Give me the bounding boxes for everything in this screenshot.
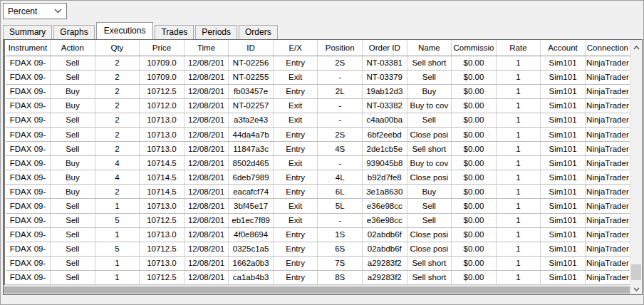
column-header[interactable]: Account xyxy=(541,40,586,56)
table-row[interactable]: FDAX 09-Sell210709.012/08/201NT-02255Exi… xyxy=(6,70,630,84)
table-row[interactable]: FDAX 09-Sell110712.512/08/201ca1ab4b3Ent… xyxy=(6,270,630,284)
column-header[interactable]: Price xyxy=(140,40,185,56)
column-header[interactable]: Action xyxy=(51,40,95,56)
cell: FDAX 09- xyxy=(6,270,51,284)
cell: 1 xyxy=(95,270,140,284)
table-row[interactable]: FDAX 09-Sell510712.512/08/2010325c1a5Ent… xyxy=(6,242,630,256)
column-header[interactable]: Time xyxy=(184,40,229,56)
cell: 2 xyxy=(95,70,140,84)
column-header[interactable]: ID xyxy=(229,40,274,56)
cell: eb1ec7f89 xyxy=(229,213,274,227)
column-header[interactable]: E/X xyxy=(273,40,318,56)
cell: NinjaTrader xyxy=(585,113,630,127)
cell: 1 xyxy=(496,227,541,242)
cell: 2 xyxy=(95,84,140,98)
tab-executions[interactable]: Executions xyxy=(96,22,154,39)
table-row[interactable]: FDAX 09-Buy410714.512/08/2018502d465Exit… xyxy=(6,156,630,170)
cell: $0.00 xyxy=(452,199,497,213)
table-row[interactable]: FDAX 09-Buy210714.512/08/201eacafcf74Ent… xyxy=(6,185,630,199)
table-row[interactable]: FDAX 09-Buy410714.512/08/2016deb7989Entr… xyxy=(6,170,630,185)
cell: NT-03381 xyxy=(363,56,407,70)
cell: 12/08/201 xyxy=(184,98,229,113)
cell: 12/08/201 xyxy=(184,270,229,284)
cell: 6deb7989 xyxy=(229,170,274,185)
cell: Buy xyxy=(407,185,452,199)
vertical-scrollbar[interactable] xyxy=(630,40,642,294)
column-header[interactable]: Instrument xyxy=(6,40,51,56)
cell: Sim101 xyxy=(541,213,586,227)
tab-summary[interactable]: Summary xyxy=(3,25,52,39)
table-row[interactable]: FDAX 09-Sell510712.512/08/201eb1ec7f89Ex… xyxy=(6,213,630,227)
cell: 2L xyxy=(318,84,363,98)
table-row[interactable]: FDAX 09-Sell210713.012/08/201a3fa2e43Exi… xyxy=(6,113,630,127)
cell: Buy to cov xyxy=(407,156,452,170)
cell: NT-03379 xyxy=(363,70,407,84)
cell: 1 xyxy=(95,256,140,270)
table-row[interactable]: FDAX 09-Sell210709.012/08/201NT-02256Ent… xyxy=(6,56,630,70)
scroll-up-button[interactable] xyxy=(630,40,642,53)
table-row[interactable]: FDAX 09-Buy210712.012/08/201NT-02257Exit… xyxy=(6,98,630,113)
cell: Buy xyxy=(51,98,95,113)
cell: FDAX 09- xyxy=(6,156,51,170)
cell: 10714.5 xyxy=(140,156,185,170)
table-row[interactable]: FDAX 09-Sell110713.012/08/2013bf45e17Exi… xyxy=(6,199,630,213)
cell: Exit xyxy=(273,98,318,113)
horizontal-scrollbar[interactable] xyxy=(4,285,630,294)
cell: eacafcf74 xyxy=(229,185,274,199)
cell: Sim101 xyxy=(541,56,586,70)
scroll-down-button[interactable] xyxy=(630,281,642,294)
display-unit-select[interactable]: Percent xyxy=(3,3,67,19)
cell: 1 xyxy=(496,270,541,284)
column-header[interactable]: Position xyxy=(318,40,363,56)
column-header[interactable]: Name xyxy=(407,40,452,56)
cell: 1662a0b3 xyxy=(229,256,274,270)
column-header[interactable]: Order ID xyxy=(363,40,407,56)
column-header[interactable]: Rate xyxy=(496,40,541,56)
cell: Buy xyxy=(51,170,95,185)
tab-trades[interactable]: Trades xyxy=(155,25,194,39)
cell: Entry xyxy=(273,170,318,185)
cell: 3bf45e17 xyxy=(229,199,274,213)
cell: 10712.5 xyxy=(140,84,185,98)
table-row[interactable]: FDAX 09-Buy210712.512/08/201fb03457eEntr… xyxy=(6,84,630,98)
table-row[interactable]: FDAX 09-Sell110713.012/08/2014f0e8694Ent… xyxy=(6,227,630,242)
cell: 12/08/201 xyxy=(184,256,229,270)
cell: 1 xyxy=(496,242,541,256)
cell: FDAX 09- xyxy=(6,256,51,270)
cell: Buy xyxy=(51,84,95,98)
tab-orders[interactable]: Orders xyxy=(239,25,278,39)
cell: $0.00 xyxy=(452,270,497,284)
cell: 12/08/201 xyxy=(184,156,229,170)
tab-periods[interactable]: Periods xyxy=(195,25,237,39)
cell: 12/08/201 xyxy=(184,113,229,127)
cell: FDAX 09- xyxy=(6,242,51,256)
vertical-scrollbar-track[interactable] xyxy=(630,53,642,281)
column-header[interactable]: Connection xyxy=(585,40,630,56)
cell: 8502d465 xyxy=(229,156,274,170)
cell: 6S xyxy=(318,242,363,256)
cell: Sell xyxy=(407,199,452,213)
cell: 12/08/201 xyxy=(184,170,229,185)
table-row[interactable]: FDAX 09-Sell210713.012/08/20144da4a7bEnt… xyxy=(6,127,630,141)
cell: Entry xyxy=(273,127,318,141)
cell: 8S xyxy=(318,270,363,284)
cell: - xyxy=(318,98,363,113)
column-header[interactable]: Qty xyxy=(95,40,140,56)
cell: FDAX 09- xyxy=(6,185,51,199)
cell: a3fa2e43 xyxy=(229,113,274,127)
cell: Sim101 xyxy=(541,227,586,242)
cell: Buy xyxy=(51,156,95,170)
horizontal-scrollbar-thumb[interactable] xyxy=(4,286,630,294)
cell: 10712.0 xyxy=(140,98,185,113)
tab-graphs[interactable]: Graphs xyxy=(53,25,94,39)
cell: 4f0e8694 xyxy=(229,227,274,242)
cell: 2S xyxy=(318,56,363,70)
vertical-scrollbar-thumb[interactable] xyxy=(631,264,641,280)
column-header[interactable]: Commissio xyxy=(452,40,497,56)
table-row[interactable]: FDAX 09-Sell110713.012/08/2011662a0b3Ent… xyxy=(6,256,630,270)
cell: Sim101 xyxy=(541,242,586,256)
cell: NinjaTrader xyxy=(585,256,630,270)
table-row[interactable]: FDAX 09-Sell210713.012/08/20111847a3cEnt… xyxy=(6,142,630,156)
cell: $0.00 xyxy=(452,213,497,227)
cell: Entry xyxy=(273,142,318,156)
